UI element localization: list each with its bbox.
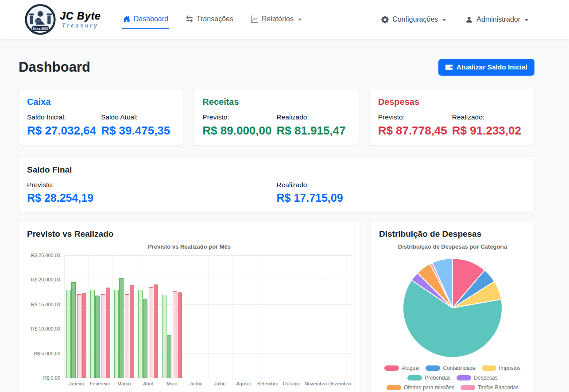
- month-group-agosto: [232, 255, 256, 378]
- main-content: Dashboard Atualizar Saldo Inicial Caixa …: [19, 59, 534, 392]
- x-tick-label: Junho: [184, 381, 208, 386]
- despesas-realizado: Realizado: R$ 91.233,02: [452, 113, 526, 138]
- nav-item-label: Dashboard: [134, 15, 168, 23]
- bar: [90, 290, 95, 378]
- legend-item[interactable]: Contabilidade: [426, 365, 475, 371]
- bar: [154, 284, 158, 378]
- field-label: Realizado:: [452, 113, 526, 121]
- nav-item-transacoes[interactable]: Transações: [185, 10, 234, 29]
- page-header: Dashboard Atualizar Saldo Inicial: [19, 59, 534, 76]
- bar: [77, 294, 81, 378]
- legend-item[interactable]: Ofertas para missões: [387, 384, 454, 391]
- legend-item[interactable]: Impostos: [482, 365, 521, 371]
- x-tick-label: Março: [112, 381, 136, 386]
- treasury-emblem-logo: · Since 2020 ·: [24, 4, 56, 35]
- nav-item-label: Relatórios: [262, 15, 294, 23]
- legend-swatch: [387, 385, 401, 390]
- bar: [143, 299, 147, 378]
- wallet-icon: [445, 64, 453, 71]
- y-tick-label: R$ 15.000,00: [31, 302, 60, 307]
- bar: [106, 288, 110, 378]
- field-value: R$ 87.778,45: [378, 124, 452, 138]
- bar: [162, 295, 166, 378]
- field-value: R$ 28.254,19: [27, 192, 277, 204]
- legend-item[interactable]: Prebendas: [407, 375, 450, 381]
- field-label: Realizado:: [276, 113, 350, 121]
- receitas-realizado: Realizado: R$ 81.915,47: [276, 113, 350, 138]
- field-label: Previsto:: [378, 113, 452, 121]
- bars-row: [64, 255, 352, 378]
- brand-logo[interactable]: · Since 2020 · JC Byte Treasury: [24, 4, 101, 35]
- nav-item-dashboard[interactable]: Dashboard: [122, 10, 169, 29]
- despesas-previsto: Previsto: R$ 87.778,45: [378, 113, 452, 138]
- month-group-abril: [136, 255, 160, 378]
- gear-icon: [381, 16, 389, 23]
- field-value: R$ 39.475,35: [101, 124, 175, 138]
- x-tick-label: Janeiro: [64, 381, 88, 386]
- y-tick-label: R$ 5.000,00: [34, 351, 60, 356]
- x-tick-label: Outubro: [280, 381, 304, 386]
- bar-chart-card: Previsto vs Realizado Previsto vs Realiz…: [19, 220, 360, 392]
- bar: [66, 290, 71, 378]
- legend-swatch: [426, 365, 440, 371]
- chevron-down-icon: [298, 19, 302, 21]
- bar: [82, 293, 86, 378]
- bar: [167, 335, 171, 378]
- pie-chart-svg: [400, 255, 505, 361]
- field-value: R$ 17.715,09: [277, 192, 526, 204]
- legend-label: Tarifas Bancárias: [478, 384, 519, 391]
- brand-name: JC Byte: [60, 10, 101, 22]
- month-group-junho: [184, 255, 208, 378]
- saldo-final-title: Saldo Final: [27, 165, 526, 175]
- legend-swatch: [482, 365, 496, 371]
- nav-item-relatorios[interactable]: Relatórios: [250, 10, 302, 29]
- chevron-down-icon: [525, 19, 528, 21]
- legend-swatch: [457, 375, 471, 380]
- legend-swatch: [384, 365, 399, 371]
- svg-text:· Since 2020 ·: · Since 2020 ·: [31, 27, 50, 30]
- receitas-previsto: Previsto: R$ 89.000,00: [202, 113, 276, 138]
- bar: [125, 294, 129, 378]
- brand-text: JC Byte Treasury: [60, 10, 101, 29]
- field-label: Saldo Inicial:: [27, 113, 101, 121]
- bar-chart: R$ 25.000,00R$ 20.000,00R$ 15.000,00R$ 1…: [27, 255, 352, 378]
- x-tick-label: Fevereiro: [88, 381, 112, 386]
- x-tick-label: Abril: [136, 381, 160, 386]
- x-tick-label: Dezembro: [328, 381, 352, 386]
- brand-subtitle: Treasury: [62, 23, 98, 29]
- legend-label: Despesas: [474, 375, 497, 381]
- update-initial-balance-button[interactable]: Atualizar Saldo Inicial: [438, 59, 534, 76]
- caixa-saldo-atual: Saldo Atual: R$ 39.475,35: [101, 113, 175, 138]
- field-label: Realizado:: [277, 181, 526, 189]
- user-menu[interactable]: Administrador: [465, 15, 528, 23]
- bar-x-axis: JaneiroFevereiroMarçoAbrilMaioJunhoJulho…: [64, 381, 352, 386]
- month-group-fevereiro: [88, 255, 112, 378]
- bar: [138, 290, 143, 378]
- month-group-dezembro: [328, 255, 352, 378]
- legend-item[interactable]: Aluguel: [384, 365, 419, 371]
- graph-up-icon: [251, 15, 258, 23]
- bar-chart-card-title: Previsto vs Realizado: [27, 229, 352, 239]
- legend-item[interactable]: Tarifas Bancárias: [461, 384, 519, 391]
- bar: [149, 287, 153, 378]
- settings-label: Configurações: [392, 15, 438, 23]
- saldo-final-realizado: Realizado: R$ 17.715,09: [277, 181, 526, 204]
- caixa-saldo-inicial: Saldo Inicial: R$ 27.032,64: [27, 113, 101, 138]
- receitas-card: Receitas Previsto: R$ 89.000,00 Realizad…: [194, 88, 359, 146]
- month-group-maio: [160, 255, 184, 378]
- legend-item[interactable]: Despesas: [457, 375, 497, 381]
- legend-label: Contabilidade: [443, 365, 475, 371]
- saldo-final-previsto: Previsto: R$ 28.254,19: [27, 181, 277, 204]
- month-group-março: [112, 255, 136, 378]
- settings-menu[interactable]: Configurações: [381, 15, 446, 23]
- x-tick-label: Agosto: [232, 381, 256, 386]
- x-tick-label: Julho: [208, 381, 232, 386]
- x-tick-label: Maio: [160, 381, 184, 386]
- y-tick-label: R$ 25.000,00: [31, 253, 60, 258]
- caixa-card-title: Caixa: [27, 97, 175, 107]
- month-group-julho: [208, 255, 232, 378]
- pie-chart-card: Distribuição de Despesas Distribuição de…: [371, 220, 534, 392]
- bar: [114, 290, 119, 378]
- bar-chart-title: Previsto vs Realizado por Mês: [27, 243, 352, 250]
- y-tick-label: R$ 20.000,00: [31, 277, 60, 282]
